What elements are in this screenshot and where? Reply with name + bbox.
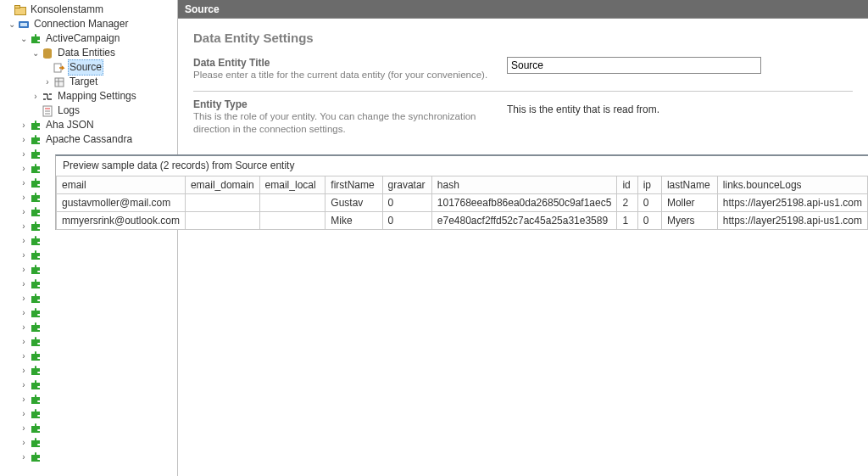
content-title-bar: Source: [178, 0, 868, 19]
cell-email_local: [259, 194, 326, 212]
table-header-row: emailemail_domainemail_localfirstNamegra…: [57, 176, 868, 194]
tree-node-logs[interactable]: Logs: [0, 104, 177, 118]
tree-node-root[interactable]: ▶ Konsolenstamm: [0, 3, 177, 17]
connection-manager-icon: [17, 18, 31, 31]
cell-email_domain: [185, 212, 259, 230]
tree-node-collapsed[interactable]: ›: [0, 291, 177, 305]
tree-node-data-entities[interactable]: ⌄ Data Entities: [0, 46, 177, 60]
tree-node-collapsed[interactable]: ›: [0, 277, 177, 291]
cell-email_local: [259, 212, 326, 230]
content-pane: Source Data Entity Settings Data Entity …: [178, 0, 868, 476]
column-header-email[interactable]: email: [57, 176, 186, 194]
tree-node-connection-manager[interactable]: ⌄ Connection Manager: [0, 17, 177, 31]
column-header-firstName[interactable]: firstName: [326, 176, 382, 194]
tree-node-collapsed[interactable]: ›: [0, 305, 177, 320]
column-header-email_domain[interactable]: email_domain: [185, 176, 259, 194]
preview-title: Preview sample data (2 records) from Sou…: [56, 156, 868, 176]
cell-hash: e7e480acf2ffd52c7ac45a25a31e3589: [431, 212, 617, 230]
tree-node-collapsed[interactable]: ›: [0, 450, 177, 464]
tree-node-collapsed[interactable]: ›: [0, 334, 177, 349]
cell-lastName: Myers: [661, 212, 717, 230]
tree-node-collapsed[interactable]: ›: [0, 349, 177, 363]
section-heading: Data Entity Settings: [193, 31, 853, 45]
tree-node-collapsed[interactable]: ›: [0, 378, 177, 392]
field-desc-type: This is the role of your entity. You can…: [193, 110, 507, 137]
preview-table: emailemail_domainemail_localfirstNamegra…: [56, 176, 868, 230]
content-title-text: Source: [185, 3, 220, 15]
cell-email_domain: [185, 194, 259, 212]
field-label-title: Data Entity Title: [193, 57, 507, 69]
svg-rect-3: [20, 23, 27, 26]
tree-toggle[interactable]: ›: [31, 89, 41, 104]
entities-icon: [41, 47, 54, 60]
tree-node-collapsed[interactable]: ›: [0, 363, 177, 378]
tree-node-mapping-settings[interactable]: › Mapping Settings: [0, 89, 177, 104]
cell-email: mmyersrink@outlook.com: [57, 212, 186, 230]
entity-title-input[interactable]: [507, 57, 761, 74]
cell-lastName: Moller: [661, 194, 717, 212]
tree-toggle[interactable]: ›: [19, 118, 29, 132]
cell-gravatar: 0: [382, 194, 431, 212]
tree-node-collapsed[interactable]: ›: [0, 233, 177, 248]
divider: [193, 91, 853, 92]
source-entity-icon: [53, 61, 66, 75]
column-header-hash[interactable]: hash: [431, 176, 617, 194]
tree-node-collapsed[interactable]: ›: [0, 435, 177, 450]
tree-toggle[interactable]: ⌄: [31, 46, 41, 60]
tree-node-apache-cassandra[interactable]: › Apache Cassandra: [0, 132, 177, 147]
target-entity-icon: [53, 76, 66, 89]
tree-node-collapsed[interactable]: ›: [0, 262, 177, 277]
puzzle-icon: [29, 119, 42, 132]
entity-type-value: This is the entity that is read from.: [507, 98, 853, 115]
tree-node-target[interactable]: › Target: [0, 75, 177, 89]
column-header-id[interactable]: id: [617, 176, 637, 194]
tree-node-collapsed[interactable]: ›: [0, 320, 177, 334]
column-header-email_local[interactable]: email_local: [259, 176, 326, 194]
cell-links: https://layer25198.api-us1.com: [717, 194, 867, 212]
tree-toggle[interactable]: ⌄: [19, 31, 29, 46]
table-row[interactable]: mmyersrink@outlook.comMike0e7e480acf2ffd…: [57, 212, 868, 230]
tree-pane: ▶ Konsolenstamm ⌄ Connection Manager ⌄ A…: [0, 0, 178, 476]
preview-panel: Preview sample data (2 records) from Sou…: [55, 154, 868, 230]
column-header-lastName[interactable]: lastName: [661, 176, 717, 194]
puzzle-icon: [29, 133, 42, 147]
tree-toggle[interactable]: ⌄: [7, 17, 17, 31]
cell-hash: 101768eeafb86ea0da26850c9af1aec5: [431, 194, 617, 212]
column-header-ip[interactable]: ip: [637, 176, 661, 194]
svg-rect-1: [15, 5, 20, 8]
tree-node-source[interactable]: Source: [0, 60, 177, 75]
tree-label-cass: Apache Cassandra: [44, 132, 134, 148]
cell-ip: 0: [637, 194, 661, 212]
tree-node-collapsed[interactable]: ›: [0, 421, 177, 435]
svg-rect-5: [55, 78, 64, 87]
field-label-type: Entity Type: [193, 98, 507, 110]
mapping-icon: [41, 90, 54, 104]
table-row[interactable]: gustavmoller@mail.comGustav0101768eeafb8…: [57, 194, 868, 212]
field-desc-title: Please enter a title for the current dat…: [193, 69, 507, 82]
tree-toggle[interactable]: ›: [42, 75, 53, 89]
cell-firstName: Mike: [326, 212, 382, 230]
tree-node-activecampaign[interactable]: ⌄ ActiveCampaign: [0, 31, 177, 46]
column-header-links[interactable]: links.bounceLogs: [717, 176, 867, 194]
cell-links: https://layer25198.api-us1.com: [717, 212, 867, 230]
puzzle-icon: [29, 32, 42, 46]
cell-id: 1: [617, 212, 637, 230]
cell-ip: 0: [637, 212, 661, 230]
tree-node-collapsed[interactable]: ›: [0, 406, 177, 421]
tree-node-collapsed[interactable]: ›: [0, 392, 177, 406]
tree-toggle[interactable]: ›: [19, 132, 29, 147]
column-header-gravatar[interactable]: gravatar: [382, 176, 431, 194]
logs-icon: [41, 104, 54, 118]
cell-firstName: Gustav: [326, 194, 382, 212]
tree-node-collapsed[interactable]: ›: [0, 248, 177, 262]
folder-icon: [14, 3, 27, 17]
cell-gravatar: 0: [382, 212, 431, 230]
cell-id: 2: [617, 194, 637, 212]
tree-node-aha-json[interactable]: › Aha JSON: [0, 118, 177, 132]
cell-email: gustavmoller@mail.com: [57, 194, 186, 212]
